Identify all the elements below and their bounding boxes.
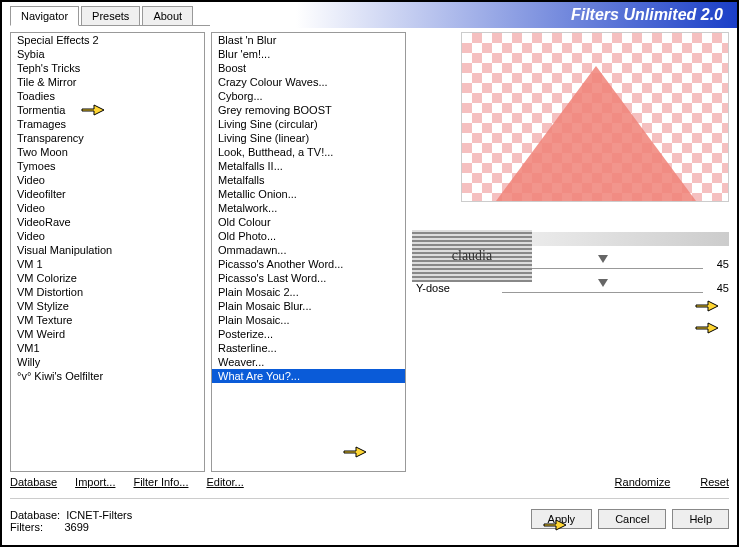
list-item[interactable]: Transparency xyxy=(11,131,204,145)
list-item[interactable]: °v° Kiwi's Oelfilter xyxy=(11,369,204,383)
reset-button[interactable]: Reset xyxy=(700,476,729,488)
list-item[interactable]: VM Weird xyxy=(11,327,204,341)
slider-y-row: Y-dose 45 xyxy=(416,282,729,294)
database-button[interactable]: Database xyxy=(10,476,57,488)
filters-value: 3699 xyxy=(64,521,88,533)
list-item[interactable]: Tile & Mirror xyxy=(11,75,204,89)
list-item[interactable]: Metallic Onion... xyxy=(212,187,405,201)
list-item[interactable]: Video xyxy=(11,173,204,187)
list-item[interactable]: Toadies xyxy=(11,89,204,103)
import-button[interactable]: Import... xyxy=(75,476,115,488)
x-dose-slider[interactable] xyxy=(502,259,703,269)
link-button-row: Database Import... Filter Info... Editor… xyxy=(2,472,737,492)
preview-shape xyxy=(496,66,696,201)
list-item[interactable]: Weaver... xyxy=(212,355,405,369)
list-item[interactable]: What Are You?... xyxy=(212,369,405,383)
y-dose-label: Y-dose xyxy=(416,282,496,294)
randomize-button[interactable]: Randomize xyxy=(615,476,671,488)
list-item[interactable]: Rasterline... xyxy=(212,341,405,355)
list-item[interactable]: VM1 xyxy=(11,341,204,355)
filter-preview xyxy=(461,32,729,202)
list-item[interactable]: Boost xyxy=(212,61,405,75)
list-item[interactable]: Living Sine (linear) xyxy=(212,131,405,145)
list-item[interactable]: VM 1 xyxy=(11,257,204,271)
list-item[interactable]: Posterize... xyxy=(212,327,405,341)
list-item[interactable]: Videofilter xyxy=(11,187,204,201)
list-item[interactable]: Tramages xyxy=(11,117,204,131)
filters-label: Filters: xyxy=(10,521,43,533)
list-item[interactable]: Living Sine (circular) xyxy=(212,117,405,131)
pointer-hand-icon xyxy=(342,441,368,463)
list-item[interactable]: Metalwork... xyxy=(212,201,405,215)
list-item[interactable]: Tymoes xyxy=(11,159,204,173)
list-item[interactable]: Teph's Tricks xyxy=(11,61,204,75)
tab-presets[interactable]: Presets xyxy=(81,6,140,25)
list-item[interactable]: VM Texture xyxy=(11,313,204,327)
tab-strip: Navigator Presets About xyxy=(10,6,210,26)
list-item[interactable]: Grey removing BOOST xyxy=(212,103,405,117)
list-item[interactable]: Blur 'em!... xyxy=(212,47,405,61)
list-item[interactable]: Metalfalls II... xyxy=(212,159,405,173)
list-item[interactable]: Picasso's Last Word... xyxy=(212,271,405,285)
filter-name-bar xyxy=(510,232,729,246)
list-item[interactable]: Sybia xyxy=(11,47,204,61)
list-item[interactable]: Ommadawn... xyxy=(212,243,405,257)
list-item[interactable]: Picasso's Another Word... xyxy=(212,257,405,271)
list-item[interactable]: VM Distortion xyxy=(11,285,204,299)
list-item[interactable]: Plain Mosaic 2... xyxy=(212,285,405,299)
list-item[interactable]: Plain Mosaic... xyxy=(212,313,405,327)
y-dose-slider[interactable] xyxy=(502,283,703,293)
list-item[interactable]: Video xyxy=(11,229,204,243)
app-title: Filters Unlimited 2.0 xyxy=(571,6,723,24)
cancel-button[interactable]: Cancel xyxy=(598,509,666,529)
list-item[interactable]: Willy xyxy=(11,355,204,369)
list-item[interactable]: Cyborg... xyxy=(212,89,405,103)
list-item[interactable]: Special Effects 2 xyxy=(11,33,204,47)
tab-navigator[interactable]: Navigator xyxy=(10,6,79,26)
list-item[interactable]: Tormentia xyxy=(11,103,204,117)
slider-thumb-icon[interactable] xyxy=(598,255,608,263)
footer: Database: ICNET-Filters Filters: 3699 Ap… xyxy=(2,505,737,537)
pointer-hand-icon xyxy=(542,514,568,536)
filterinfo-button[interactable]: Filter Info... xyxy=(133,476,188,488)
db-label: Database: xyxy=(10,509,60,521)
main-area: Special Effects 2SybiaTeph's TricksTile … xyxy=(2,32,737,472)
list-item[interactable]: Look, Butthead, a TV!... xyxy=(212,145,405,159)
category-list[interactable]: Special Effects 2SybiaTeph's TricksTile … xyxy=(10,32,205,472)
x-dose-value: 45 xyxy=(709,258,729,270)
help-button[interactable]: Help xyxy=(672,509,729,529)
list-item[interactable]: VideoRave xyxy=(11,215,204,229)
list-item[interactable]: VM Stylize xyxy=(11,299,204,313)
footer-info: Database: ICNET-Filters Filters: 3699 xyxy=(10,509,132,533)
list-item[interactable]: Crazy Colour Waves... xyxy=(212,75,405,89)
list-item[interactable]: Blast 'n Blur xyxy=(212,33,405,47)
list-item[interactable]: Video xyxy=(11,201,204,215)
divider xyxy=(10,498,729,499)
watermark: claudia xyxy=(412,230,532,282)
list-item[interactable]: Two Moon xyxy=(11,145,204,159)
slider-thumb-icon[interactable] xyxy=(598,279,608,287)
y-dose-value: 45 xyxy=(709,282,729,294)
list-item[interactable]: Metalfalls xyxy=(212,173,405,187)
pointer-hand-icon xyxy=(694,317,720,339)
list-item[interactable]: Old Colour xyxy=(212,215,405,229)
pointer-hand-icon xyxy=(80,99,106,121)
editor-button[interactable]: Editor... xyxy=(206,476,243,488)
list-item[interactable]: Plain Mosaic Blur... xyxy=(212,299,405,313)
tab-about[interactable]: About xyxy=(142,6,193,25)
db-value: ICNET-Filters xyxy=(66,509,132,521)
list-item[interactable]: VM Colorize xyxy=(11,271,204,285)
filter-list[interactable]: Blast 'n BlurBlur 'em!...BoostCrazy Colo… xyxy=(211,32,406,472)
pointer-hand-icon xyxy=(694,295,720,317)
list-item[interactable]: Visual Manipulation xyxy=(11,243,204,257)
list-item[interactable]: Old Photo... xyxy=(212,229,405,243)
